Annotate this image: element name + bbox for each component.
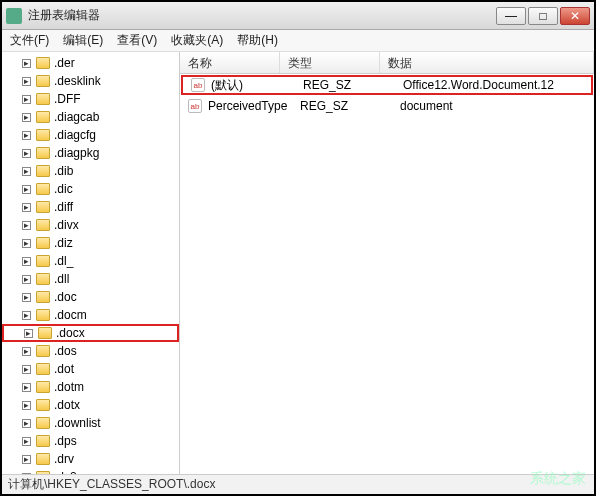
value-data: document xyxy=(400,99,594,113)
tree-item[interactable]: ▸.dps xyxy=(2,432,179,450)
tree-item-label: .der xyxy=(54,56,75,70)
folder-icon xyxy=(36,291,50,303)
expand-icon[interactable]: ▸ xyxy=(22,455,31,464)
folder-icon xyxy=(36,237,50,249)
maximize-button[interactable]: □ xyxy=(528,7,558,25)
tree-item[interactable]: ▸.docm xyxy=(2,306,179,324)
tree-item-label: .diagpkg xyxy=(54,146,99,160)
registry-value-row[interactable]: abPerceivedTypeREG_SZdocument xyxy=(180,96,594,116)
expand-icon[interactable]: ▸ xyxy=(22,275,31,284)
registry-value-row[interactable]: ab(默认)REG_SZOffice12.Word.Document.12 xyxy=(181,75,593,95)
folder-icon xyxy=(36,129,50,141)
expand-icon[interactable]: ▸ xyxy=(22,473,31,475)
tree-item[interactable]: ▸.diagcab xyxy=(2,108,179,126)
folder-icon xyxy=(36,381,50,393)
tree-item[interactable]: ▸.dos xyxy=(2,342,179,360)
tree-item[interactable]: ▸.dotm xyxy=(2,378,179,396)
folder-icon xyxy=(36,453,50,465)
statusbar: 计算机\HKEY_CLASSES_ROOT\.docx xyxy=(2,474,594,494)
tree-item-label: .docm xyxy=(54,308,87,322)
minimize-button[interactable]: — xyxy=(496,7,526,25)
folder-icon xyxy=(36,255,50,267)
folder-icon xyxy=(36,201,50,213)
menu-edit[interactable]: 编辑(E) xyxy=(63,32,103,49)
expand-icon[interactable]: ▸ xyxy=(22,203,31,212)
expand-icon[interactable]: ▸ xyxy=(22,257,31,266)
tree-item[interactable]: ▸.dot xyxy=(2,360,179,378)
expand-icon[interactable]: ▸ xyxy=(22,311,31,320)
tree-item-label: .dic xyxy=(54,182,73,196)
expand-icon[interactable]: ▸ xyxy=(22,293,31,302)
tree-item[interactable]: ▸.docx xyxy=(2,324,179,342)
tree-item[interactable]: ▸.dotx xyxy=(2,396,179,414)
folder-icon xyxy=(36,417,50,429)
expand-icon[interactable]: ▸ xyxy=(22,419,31,428)
column-type-header[interactable]: 类型 xyxy=(280,52,380,73)
column-data-header[interactable]: 数据 xyxy=(380,52,594,73)
tree-item-label: .ds2 xyxy=(54,470,77,474)
expand-icon[interactable]: ▸ xyxy=(22,221,31,230)
tree-item[interactable]: ▸.dib xyxy=(2,162,179,180)
expand-icon[interactable]: ▸ xyxy=(22,95,31,104)
expand-icon[interactable]: ▸ xyxy=(22,131,31,140)
expand-icon[interactable]: ▸ xyxy=(24,329,33,338)
folder-icon xyxy=(36,309,50,321)
string-value-icon: ab xyxy=(191,78,205,92)
expand-icon[interactable]: ▸ xyxy=(22,185,31,194)
tree-item[interactable]: ▸.drv xyxy=(2,450,179,468)
tree-item[interactable]: ▸.ds2 xyxy=(2,468,179,474)
menu-favorites[interactable]: 收藏夹(A) xyxy=(171,32,223,49)
folder-icon xyxy=(36,471,50,474)
folder-icon xyxy=(36,273,50,285)
tree-item-label: .dos xyxy=(54,344,77,358)
folder-icon xyxy=(36,93,50,105)
expand-icon[interactable]: ▸ xyxy=(22,113,31,122)
tree-item[interactable]: ▸.DFF xyxy=(2,90,179,108)
tree-item[interactable]: ▸.diz xyxy=(2,234,179,252)
folder-icon xyxy=(36,111,50,123)
expand-icon[interactable]: ▸ xyxy=(22,77,31,86)
expand-icon[interactable]: ▸ xyxy=(22,149,31,158)
column-name-header[interactable]: 名称 xyxy=(180,52,280,73)
expand-icon[interactable]: ▸ xyxy=(22,401,31,410)
menu-file[interactable]: 文件(F) xyxy=(10,32,49,49)
tree-item[interactable]: ▸.diff xyxy=(2,198,179,216)
folder-icon xyxy=(36,165,50,177)
expand-icon[interactable]: ▸ xyxy=(22,167,31,176)
expand-icon[interactable]: ▸ xyxy=(22,383,31,392)
close-button[interactable]: ✕ xyxy=(560,7,590,25)
list-header: 名称 类型 数据 xyxy=(180,52,594,74)
value-name: (默认) xyxy=(211,77,303,94)
titlebar[interactable]: 注册表编辑器 — □ ✕ xyxy=(2,2,594,30)
app-icon xyxy=(6,8,22,24)
expand-icon[interactable]: ▸ xyxy=(22,239,31,248)
expand-icon[interactable]: ▸ xyxy=(22,59,31,68)
tree-item[interactable]: ▸.diagpkg xyxy=(2,144,179,162)
tree-item[interactable]: ▸.downlist xyxy=(2,414,179,432)
folder-icon xyxy=(38,327,52,339)
tree-item[interactable]: ▸.divx xyxy=(2,216,179,234)
tree-item[interactable]: ▸.dl_ xyxy=(2,252,179,270)
folder-icon xyxy=(36,399,50,411)
tree-item-label: .diagcab xyxy=(54,110,99,124)
tree-pane[interactable]: ▸.der▸.desklink▸.DFF▸.diagcab▸.diagcfg▸.… xyxy=(2,52,180,474)
expand-icon[interactable]: ▸ xyxy=(22,365,31,374)
tree-item-label: .dotm xyxy=(54,380,84,394)
registry-editor-window: 注册表编辑器 — □ ✕ 文件(F) 编辑(E) 查看(V) 收藏夹(A) 帮助… xyxy=(0,0,596,496)
tree-item[interactable]: ▸.dic xyxy=(2,180,179,198)
tree-item[interactable]: ▸.dll xyxy=(2,270,179,288)
tree-item-label: .dotx xyxy=(54,398,80,412)
tree-item[interactable]: ▸.desklink xyxy=(2,72,179,90)
folder-icon xyxy=(36,57,50,69)
expand-icon[interactable]: ▸ xyxy=(22,437,31,446)
tree-item-label: .diff xyxy=(54,200,73,214)
tree-item[interactable]: ▸.der xyxy=(2,54,179,72)
tree-item[interactable]: ▸.doc xyxy=(2,288,179,306)
tree-item[interactable]: ▸.diagcfg xyxy=(2,126,179,144)
expand-icon[interactable]: ▸ xyxy=(22,347,31,356)
folder-icon xyxy=(36,75,50,87)
menu-help[interactable]: 帮助(H) xyxy=(237,32,278,49)
menu-view[interactable]: 查看(V) xyxy=(117,32,157,49)
list-body[interactable]: ab(默认)REG_SZOffice12.Word.Document.12abP… xyxy=(180,74,594,474)
tree-item-label: .docx xyxy=(56,326,85,340)
